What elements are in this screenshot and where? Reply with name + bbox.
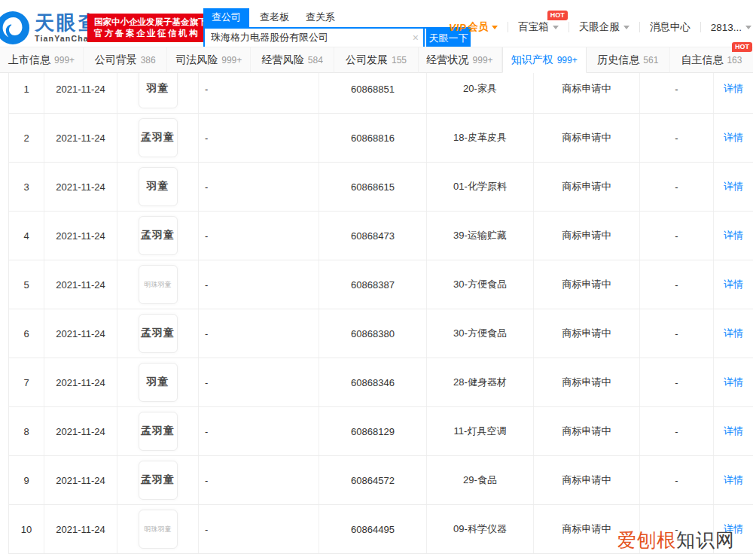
- trademark-status: 商标申请中: [534, 73, 640, 113]
- detail-link[interactable]: 详情: [724, 278, 743, 291]
- trademark-name-cell: -: [199, 407, 319, 455]
- row-index: 1: [9, 73, 44, 113]
- dash-cell: -: [640, 260, 714, 309]
- registration-number: 60868851: [319, 73, 427, 113]
- trademark-image[interactable]: 明珠羽童: [139, 510, 178, 549]
- registration-number: 60868473: [319, 212, 427, 260]
- trademark-image[interactable]: 孟羽童: [139, 118, 178, 157]
- table-row: 3 2021-11-24 羽童 - 60868615 01-化学原料 商标申请中…: [9, 163, 753, 212]
- section-tab[interactable]: 历史信息 561: [587, 47, 670, 73]
- trademark-name-cell: -: [199, 309, 319, 358]
- trademark-status: 商标申请中: [534, 358, 640, 406]
- dash-cell: -: [640, 407, 714, 455]
- trademark-image[interactable]: 孟羽童: [139, 412, 178, 451]
- enterprise-service-label: 天眼企服: [579, 20, 620, 34]
- trademark-image-cell: 明珠羽童: [117, 260, 199, 309]
- registration-number: 60868816: [319, 114, 427, 162]
- search-tab-relation[interactable]: 查关系: [306, 8, 335, 27]
- table-row: 1 2021-11-24 羽童 - 60868851 20-家具 商标申请中 -…: [9, 73, 753, 114]
- enterprise-service-menu[interactable]: 天眼企服: [579, 20, 630, 34]
- table-row: 6 2021-11-24 孟羽童 - 60868380 30-方便食品 商标申请…: [9, 309, 753, 358]
- section-tab[interactable]: 公司发展 155: [334, 47, 418, 73]
- trademark-status: 商标申请中: [534, 212, 640, 260]
- section-tab[interactable]: 上市信息 999+: [0, 47, 84, 73]
- detail-link[interactable]: 详情: [724, 473, 743, 487]
- trademark-image-cell: 孟羽童: [117, 456, 199, 504]
- section-tab[interactable]: 司法风险 999+: [167, 47, 251, 73]
- trademark-status: 商标申请中: [534, 163, 640, 211]
- section-tab[interactable]: 公司背景 386: [84, 47, 167, 73]
- detail-link[interactable]: 详情: [724, 229, 743, 242]
- registration-number: 60868615: [319, 163, 427, 211]
- trademark-image-cell: 羽童: [117, 358, 199, 406]
- trademark-name-cell: -: [199, 260, 319, 309]
- toolbox-menu[interactable]: 百宝箱 HOT: [518, 20, 559, 34]
- tab-count: 999+: [473, 55, 493, 65]
- registration-number: 60868129: [319, 407, 427, 455]
- detail-cell: 详情: [714, 407, 753, 455]
- row-index: 3: [9, 163, 44, 211]
- trademark-image[interactable]: 羽童: [139, 73, 178, 108]
- hot-badge: HOT: [547, 11, 568, 20]
- vip-member-menu[interactable]: VIP 会员: [449, 20, 498, 34]
- trademark-category: 18-皮革皮具: [427, 114, 534, 162]
- search-tab-company[interactable]: 查公司: [203, 8, 249, 27]
- detail-link[interactable]: 详情: [724, 327, 743, 340]
- search-input-wrap: ×: [203, 29, 425, 48]
- trademark-status: 商标申请中: [534, 407, 640, 455]
- search-input[interactable]: [203, 29, 425, 48]
- apply-date: 2021-11-24: [44, 309, 117, 358]
- trademark-category: 30-方便食品: [427, 309, 534, 358]
- detail-cell: 详情: [714, 358, 753, 406]
- trademark-image[interactable]: 羽童: [139, 363, 178, 402]
- chevron-down-icon: [492, 26, 498, 29]
- trademark-category: 20-家具: [427, 73, 534, 113]
- trademark-image-cell: 孟羽童: [117, 114, 199, 162]
- trademark-image-cell: 孟羽童: [117, 212, 199, 260]
- registration-number: 60868387: [319, 260, 427, 309]
- search-tab-boss[interactable]: 查老板: [260, 8, 289, 27]
- detail-link[interactable]: 详情: [724, 425, 743, 438]
- trademark-image-cell: 明珠羽童: [117, 505, 199, 553]
- row-index: 10: [9, 505, 44, 553]
- apply-date: 2021-11-24: [44, 505, 117, 553]
- tab-count: 584: [308, 55, 323, 65]
- trademark-image[interactable]: 孟羽童: [139, 314, 178, 353]
- detail-link[interactable]: 详情: [724, 82, 743, 96]
- tab-count: 155: [392, 55, 407, 65]
- trademark-image[interactable]: 孟羽童: [139, 216, 178, 255]
- trademark-image[interactable]: 明珠羽童: [139, 265, 178, 304]
- dash-cell: -: [640, 163, 714, 211]
- dash-cell: -: [640, 456, 714, 504]
- section-tab[interactable]: 经营状况 999+: [419, 47, 502, 73]
- trademark-text: 明珠羽童: [145, 280, 172, 290]
- tab-count: 163: [727, 55, 742, 65]
- section-tab[interactable]: 知识产权 999+: [502, 47, 587, 73]
- account-menu[interactable]: 2813...: [711, 22, 751, 33]
- row-index: 5: [9, 260, 44, 309]
- row-index: 8: [9, 407, 44, 455]
- chevron-down-icon: [745, 26, 751, 29]
- clear-icon[interactable]: ×: [413, 32, 419, 44]
- tab-label: 司法风险: [175, 53, 218, 67]
- section-tab[interactable]: 经营风险 584: [251, 47, 334, 73]
- message-center-link[interactable]: 消息中心: [650, 20, 691, 34]
- detail-link[interactable]: 详情: [724, 376, 743, 389]
- message-center-label: 消息中心: [650, 20, 691, 34]
- hot-badge: HOT: [732, 42, 752, 52]
- table-row: 4 2021-11-24 孟羽童 - 60868473 39-运输贮藏 商标申请…: [9, 212, 753, 260]
- section-tab[interactable]: 自主信息 163 HOT: [670, 47, 753, 73]
- registration-number: 60868346: [319, 358, 427, 406]
- divider: [700, 22, 701, 32]
- trademark-image[interactable]: 羽童: [139, 167, 178, 206]
- vip-label: VIP: [449, 22, 466, 33]
- detail-link[interactable]: 详情: [724, 131, 743, 145]
- tab-count: 999+: [221, 55, 242, 65]
- divider: [569, 22, 569, 32]
- trademark-category: 28-健身器材: [427, 358, 534, 406]
- trademark-category: 09-科学仪器: [427, 505, 534, 553]
- trademark-image[interactable]: 孟羽童: [139, 461, 178, 500]
- trademark-text: 孟羽童: [141, 131, 175, 145]
- row-index: 7: [9, 358, 44, 406]
- detail-link[interactable]: 详情: [724, 180, 743, 193]
